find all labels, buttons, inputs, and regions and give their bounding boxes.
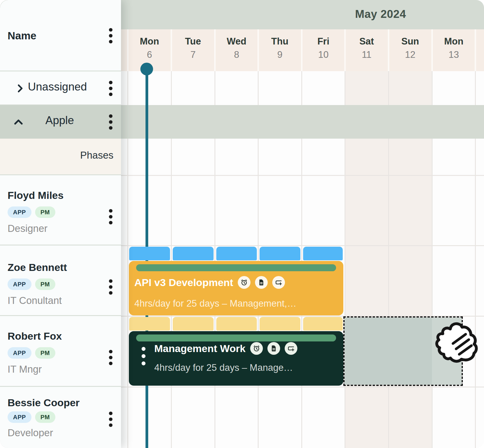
allocation-segment[interactable]	[260, 247, 300, 260]
person-name: Bessie Cooper	[8, 397, 80, 409]
kebab-icon[interactable]	[107, 209, 115, 226]
day-name: Mon	[128, 36, 171, 47]
task-title: Management Work	[154, 343, 246, 354]
day-header-fri10[interactable]: Fri10	[302, 29, 345, 71]
allocation-segment[interactable]	[173, 247, 214, 260]
sidebar-person-robert-fox[interactable]: Robert Fox APP PM IT Mngr	[0, 316, 121, 387]
task-card-management-work[interactable]: Management Work 4hrs/day for 25 days – M…	[129, 331, 343, 386]
kebab-icon[interactable]	[107, 350, 115, 367]
day-name: Wed	[215, 36, 258, 47]
day-header-mon13[interactable]: Mon13	[432, 29, 476, 71]
day-header-thu9[interactable]: Thu9	[258, 29, 302, 71]
document-icon[interactable]	[255, 276, 268, 289]
sidebar-name-header: Name	[8, 30, 36, 42]
day-number: 11	[345, 49, 388, 60]
divider	[0, 71, 121, 71]
day-name: Mon	[432, 36, 476, 47]
day-name: Fri	[302, 36, 345, 47]
hand-cursor-icon	[433, 318, 483, 372]
add-display-icon[interactable]	[285, 342, 297, 355]
group-band-apple	[121, 105, 484, 139]
group-label: Unassigned	[28, 81, 87, 93]
task-progress-bar	[136, 334, 336, 341]
allocation-segment[interactable]	[303, 317, 343, 331]
document-icon[interactable]	[267, 342, 280, 355]
sidebar-person-floyd-miles[interactable]: Floyd Miles APP PM Designer	[0, 175, 121, 245]
day-separator	[431, 29, 433, 71]
tag-pm: PM	[35, 347, 55, 359]
kebab-icon[interactable]	[107, 114, 115, 131]
day-number: 10	[302, 49, 345, 60]
person-name: Zoe Bennett	[8, 262, 67, 273]
sidebar-person-bessie-cooper[interactable]: Bessie Cooper APP PM Developer	[0, 387, 121, 448]
task-progress-bar	[136, 264, 336, 271]
group-label: Apple	[45, 114, 74, 127]
kebab-icon[interactable]	[107, 279, 115, 296]
day-name: Sun	[388, 36, 432, 47]
day-separator	[257, 29, 259, 71]
day-separator	[475, 29, 476, 71]
person-name: Floyd Miles	[8, 189, 64, 201]
selection-fill	[345, 318, 432, 385]
day-number: 12	[388, 49, 432, 60]
sidebar: Name Unassigned Apple	[0, 0, 121, 448]
day-header-sat11[interactable]: Sat11	[345, 29, 388, 71]
allocation-segment[interactable]	[303, 247, 343, 260]
task-title: API v3 Development	[134, 277, 233, 288]
tag-app: APP	[8, 411, 31, 423]
kebab-icon[interactable]	[107, 81, 115, 97]
day-header-sun12[interactable]: Sun12	[388, 29, 432, 71]
month-label: May 2024	[325, 8, 437, 21]
day-number: 13	[432, 49, 476, 60]
chevron-right-icon[interactable]	[15, 83, 25, 95]
sidebar-group-unassigned[interactable]: Unassigned	[0, 72, 121, 105]
day-name: Thu	[258, 36, 302, 47]
task-subtitle: 4hrs/day for 25 days – Management,…	[134, 298, 296, 309]
today-marker-dot[interactable]	[140, 63, 153, 75]
alarm-icon[interactable]	[238, 276, 250, 289]
chevron-up-icon[interactable]	[13, 117, 24, 129]
day-header-tue7[interactable]: Tue7	[171, 29, 215, 71]
allocation-segment[interactable]	[173, 317, 214, 331]
tag-pm: PM	[35, 206, 55, 218]
day-separator	[171, 29, 172, 71]
day-number: 7	[171, 49, 215, 60]
day-header-wed8[interactable]: Wed8	[215, 29, 258, 71]
day-separator	[214, 29, 216, 71]
allocation-segment[interactable]	[129, 317, 170, 331]
person-role: Designer	[8, 223, 47, 234]
grid-line	[121, 175, 484, 176]
allocation-segment[interactable]	[129, 247, 170, 260]
sidebar-group-apple[interactable]: Apple	[0, 105, 121, 139]
sidebar-person-zoe-bennett[interactable]: Zoe Bennett APP PM IT Conultant	[0, 245, 121, 316]
day-separator	[127, 29, 129, 71]
kebab-icon[interactable]	[107, 411, 115, 428]
day-separator	[388, 29, 389, 71]
allocation-segment[interactable]	[216, 317, 257, 331]
task-card-api-v3-development[interactable]: API v3 Development 4hrs/day for 25 days …	[129, 261, 343, 315]
allocation-segment[interactable]	[216, 247, 257, 260]
tag-pm: PM	[35, 411, 55, 423]
person-role: Developer	[8, 427, 53, 439]
task-subtitle: 4hrs/day for 25 days – Manage…	[154, 362, 293, 373]
day-number: 9	[258, 49, 302, 60]
day-number: 8	[215, 49, 258, 60]
person-name: Robert Fox	[8, 330, 62, 342]
tag-app: APP	[8, 347, 31, 359]
tag-app: APP	[8, 206, 31, 218]
day-name: Sat	[345, 36, 388, 47]
kebab-icon[interactable]	[142, 347, 146, 365]
person-role: IT Conultant	[8, 295, 62, 306]
tag-app: APP	[8, 278, 31, 290]
grid-line	[121, 245, 484, 246]
allocation-segment[interactable]	[260, 317, 300, 331]
kebab-icon[interactable]	[107, 28, 115, 45]
alarm-icon[interactable]	[250, 342, 263, 355]
resource-timeline-app: May 2024 Mon6 Tue7 Wed8 Thu9 Fri10 Sat11…	[0, 0, 484, 448]
day-number: 6	[128, 49, 171, 60]
day-name: Tue	[171, 36, 215, 47]
day-separator	[344, 29, 346, 71]
add-display-icon[interactable]	[272, 276, 285, 289]
tag-pm: PM	[35, 278, 55, 290]
day-separator	[301, 29, 302, 71]
